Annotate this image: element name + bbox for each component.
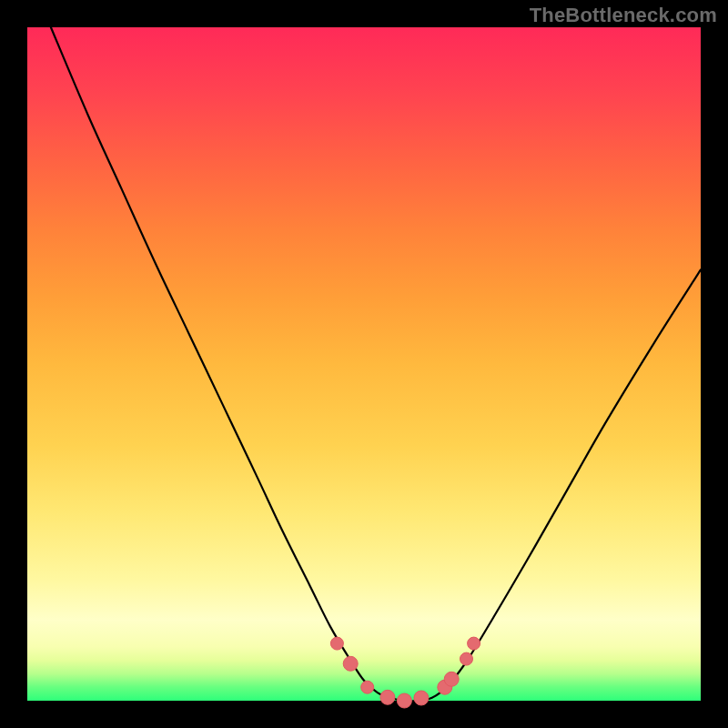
marker-point	[380, 690, 395, 704]
marker-point	[330, 637, 343, 650]
marker-point	[343, 656, 358, 671]
marker-point	[414, 691, 429, 705]
bottleneck-curve	[51, 27, 701, 701]
chart-svg	[27, 27, 701, 701]
watermark-text: TheBottleneck.com	[530, 4, 717, 27]
marker-point	[444, 672, 459, 686]
marker-point	[361, 681, 374, 693]
chart-frame: TheBottleneck.com	[0, 0, 728, 728]
marker-point	[468, 637, 480, 650]
marker-point	[460, 652, 473, 665]
marker-point	[397, 693, 411, 708]
